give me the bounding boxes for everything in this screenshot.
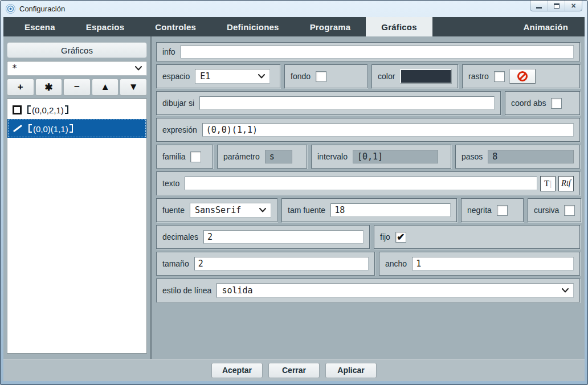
fuente-value: SansSerif (195, 205, 255, 215)
color-label: color (378, 72, 395, 81)
minimize-icon (536, 7, 542, 9)
ancho-label: ancho (385, 259, 407, 268)
ancho-input[interactable] (412, 257, 574, 271)
texto-group: texto T| Rtf (156, 171, 580, 195)
tab-animacion[interactable]: Animación (508, 17, 583, 36)
rtf-icon: Rtf (561, 179, 570, 188)
text-cursor-icon: T| (544, 179, 552, 189)
list-item-label: (0,0,2,1) (27, 105, 68, 115)
pasos-field: 8 (488, 150, 574, 163)
maximize-icon (554, 3, 560, 9)
texto-input[interactable] (185, 177, 537, 190)
espacio-select[interactable]: E1 (195, 69, 270, 84)
graphics-toolbar: + ✱ − ▲ ▼ (7, 79, 147, 96)
app-icon (6, 4, 15, 14)
graphics-filter-value: * (12, 63, 130, 73)
estilo-linea-value: solida (222, 285, 557, 296)
tamano-label: tamaño (162, 259, 189, 268)
bracket-right-icon (65, 105, 68, 114)
negrita-checkbox[interactable] (497, 205, 508, 216)
fuente-group: fuente SansSerif (156, 198, 277, 222)
plain-text-button[interactable]: T| (540, 176, 556, 191)
expresion-input[interactable] (202, 123, 574, 137)
fijo-label: fijo (380, 232, 390, 241)
bracket-right-icon (70, 124, 73, 133)
chevron-down-icon (135, 66, 142, 71)
pasos-group: pasos 8 (455, 145, 580, 169)
tab-bar: Escena Espacios Controles Definiciones P… (3, 17, 585, 36)
maximize-button[interactable] (548, 1, 565, 11)
graphics-filter-select[interactable]: * (7, 61, 147, 76)
intervalo-label: intervalo (317, 152, 348, 161)
no-entry-icon (517, 71, 528, 81)
decimales-input[interactable] (203, 230, 364, 244)
segment-icon (13, 124, 23, 133)
cursiva-checkbox[interactable] (564, 205, 575, 216)
clone-graphic-button[interactable]: ✱ (35, 79, 63, 96)
apply-button[interactable]: Aplicar (325, 363, 377, 378)
fondo-label: fondo (291, 72, 311, 81)
dibujar-si-group: dibujar si (156, 91, 501, 115)
main-content: Gráficos * + ✱ − ▲ ▼ (0,0,2,1) (0,0) (3, 36, 585, 359)
tab-escena[interactable]: Escena (9, 17, 71, 36)
tam-fuente-group: tam fuente (281, 198, 457, 222)
list-item-label: (0,0)(1,1) (28, 124, 73, 134)
coord-abs-group: coord abs (505, 91, 580, 115)
add-graphic-button[interactable]: + (7, 79, 34, 96)
fuente-label: fuente (162, 206, 185, 215)
bracket-left-icon (28, 124, 32, 133)
chevron-down-icon (259, 208, 266, 212)
move-up-button[interactable]: ▲ (92, 79, 119, 96)
minimize-button[interactable] (530, 1, 548, 11)
cursiva-label: cursiva (534, 206, 559, 215)
graphics-list: (0,0,2,1) (0,0)(1,1) (7, 99, 147, 354)
rastro-checkbox[interactable] (494, 71, 505, 82)
tab-controles[interactable]: Controles (140, 17, 211, 36)
tab-definiciones[interactable]: Definiciones (211, 17, 295, 36)
configuration-window: Configuración × Escena Espacios Controle… (0, 0, 588, 385)
expresion-group: expresión (156, 118, 580, 142)
list-item[interactable]: (0,0,2,1) (7, 100, 146, 119)
coord-abs-checkbox[interactable] (551, 98, 562, 109)
fijo-group: fijo ✔ (374, 225, 580, 249)
chevron-down-icon (562, 288, 569, 293)
graphics-panel-header: Gráficos (7, 42, 147, 58)
info-label: info (162, 47, 175, 56)
estilo-linea-select[interactable]: solida (217, 283, 574, 298)
remove-graphic-button[interactable]: − (63, 79, 91, 96)
chevron-down-icon (258, 74, 265, 79)
bracket-left-icon (27, 105, 31, 114)
tab-programa[interactable]: Programa (295, 17, 366, 36)
list-item[interactable]: (0,0)(1,1) (7, 119, 146, 138)
tamano-input[interactable] (194, 257, 369, 271)
decimales-group: decimales (156, 225, 370, 249)
move-down-button[interactable]: ▼ (120, 79, 147, 96)
dibujar-si-label: dibujar si (162, 99, 194, 108)
close-window-button[interactable]: × (565, 1, 582, 11)
tam-fuente-input[interactable] (330, 203, 451, 217)
espacio-group: espacio E1 (156, 64, 280, 88)
accept-button[interactable]: Aceptar (211, 363, 263, 378)
tab-espacios[interactable]: Espacios (71, 17, 140, 36)
fijo-checkbox[interactable]: ✔ (395, 232, 406, 243)
close-button[interactable]: Cerrar (268, 363, 320, 378)
fondo-checkbox[interactable] (316, 71, 326, 82)
texto-label: texto (162, 179, 179, 188)
window-title: Configuración (19, 5, 65, 13)
espacio-label: espacio (162, 72, 190, 81)
info-input[interactable] (181, 45, 574, 59)
clear-trace-button[interactable] (509, 69, 536, 84)
ancho-group: ancho (379, 252, 580, 276)
fuente-select[interactable]: SansSerif (190, 203, 271, 218)
dibujar-si-input[interactable] (199, 96, 495, 110)
negrita-group: negrita (461, 198, 524, 222)
color-swatch[interactable] (400, 69, 452, 84)
familia-checkbox[interactable] (190, 151, 201, 162)
tab-graficos[interactable]: Gráficos (366, 17, 432, 36)
cursiva-group: cursiva (528, 198, 581, 222)
color-group: color (371, 64, 458, 88)
expresion-label: expresión (162, 125, 197, 134)
rtf-text-button[interactable]: Rtf (558, 176, 574, 191)
parametro-label: parámetro (223, 152, 260, 161)
rastro-label: rastro (468, 72, 489, 81)
